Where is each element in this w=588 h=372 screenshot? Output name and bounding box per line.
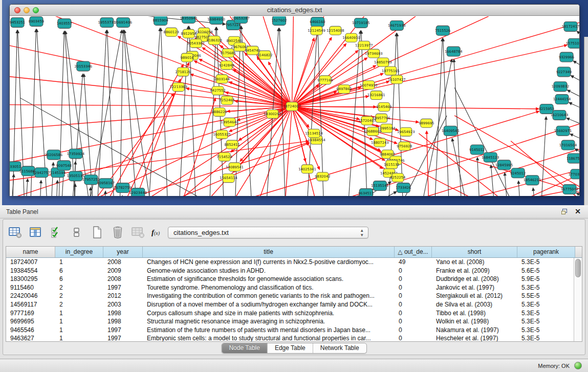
table-mode-icon[interactable] bbox=[8, 225, 23, 239]
table-cell[interactable]: Stergiakouli et al. (2012) bbox=[432, 292, 517, 300]
table-cell[interactable]: Structural magnetic resonance image aver… bbox=[143, 317, 395, 326]
table-cell[interactable]: Investigating the contribution of common… bbox=[143, 292, 395, 300]
table-cell[interactable]: 9777169 bbox=[6, 309, 55, 318]
table-cell[interactable]: Hescheler et al. (1997) bbox=[432, 334, 517, 342]
column-header-in_degree[interactable]: in_degree bbox=[55, 247, 103, 257]
table-cell[interactable]: 2008 bbox=[103, 275, 143, 283]
table-cell[interactable]: Disruption of a novel member of a sodium… bbox=[143, 300, 395, 309]
table-cell[interactable]: 0 bbox=[395, 292, 432, 300]
tab-node-table[interactable]: Node Table bbox=[222, 343, 267, 353]
table-cell[interactable]: 1 bbox=[55, 258, 103, 267]
table-cell[interactable]: 6 bbox=[55, 275, 103, 283]
table-cell[interactable]: 6 bbox=[55, 267, 103, 275]
table-cell[interactable]: 5.3E-5 bbox=[517, 326, 575, 335]
column-header-title[interactable]: title bbox=[143, 247, 395, 257]
table-cell[interactable]: Estimation of the future numbers of pati… bbox=[143, 326, 395, 335]
table-cell[interactable]: Corpus callosum shape and size in male p… bbox=[143, 309, 395, 318]
table-cell[interactable]: 14569117 bbox=[6, 300, 55, 309]
table-cell[interactable]: 1 bbox=[55, 326, 103, 335]
table-cell[interactable]: 9463627 bbox=[6, 334, 55, 342]
table-row[interactable]: 946362711997Embryonic stem cells: a mode… bbox=[6, 334, 574, 342]
table-cell[interactable]: 9699695 bbox=[6, 317, 55, 326]
table-cell[interactable]: 18300295 bbox=[6, 275, 55, 283]
table-cell[interactable]: Nakamura et al. (1997) bbox=[432, 326, 517, 335]
table-cell[interactable]: Franke et al. (2009) bbox=[432, 267, 517, 275]
table-select-dropdown[interactable]: citations_edges.txt ▲▼ bbox=[168, 227, 368, 238]
table-cell[interactable]: Genome-wide association studies in ADHD. bbox=[143, 267, 395, 275]
table-cell[interactable]: Tourette syndrome. Phenomenology and cla… bbox=[143, 283, 395, 292]
table-cell[interactable]: 0 bbox=[395, 317, 432, 326]
table-row[interactable]: 977716911998Corpus callosum shape and si… bbox=[6, 309, 574, 318]
table-cell[interactable]: 0 bbox=[395, 309, 432, 318]
table-row[interactable]: 1938455462009Genome-wide association stu… bbox=[6, 267, 574, 275]
table-row[interactable]: 1830029562008Estimation of significance … bbox=[6, 275, 574, 283]
close-panel-icon[interactable]: ✕ bbox=[575, 207, 581, 215]
table-cell[interactable]: 2 bbox=[55, 292, 103, 300]
table-cell[interactable]: 5.3E-5 bbox=[517, 300, 575, 309]
table-cell[interactable]: 1998 bbox=[103, 309, 143, 318]
table-cell[interactable]: 1 bbox=[55, 309, 103, 318]
zoom-window-button[interactable] bbox=[33, 7, 39, 13]
table-cell[interactable]: Yano et al. (2008) bbox=[432, 258, 517, 267]
tab-edge-table[interactable]: Edge Table bbox=[267, 343, 313, 353]
table-cell[interactable]: 5.5E-5 bbox=[517, 292, 575, 300]
table-row[interactable]: 2242004622012Investigating the contribut… bbox=[6, 292, 574, 300]
column-header-out_de[interactable]: △ out_de... bbox=[395, 247, 432, 257]
float-panel-icon[interactable] bbox=[561, 209, 568, 215]
table-cell[interactable]: 1997 bbox=[103, 326, 143, 335]
table-cell[interactable]: Estimation of significance thresholds fo… bbox=[143, 275, 395, 283]
new-document-icon[interactable] bbox=[90, 225, 104, 239]
table-cell[interactable]: 0 bbox=[395, 267, 432, 275]
table-cell[interactable]: 5.6E-5 bbox=[517, 267, 575, 275]
table-cell[interactable]: 5.3E-5 bbox=[517, 334, 575, 342]
table-cell[interactable]: 2009 bbox=[103, 267, 143, 275]
table-cell[interactable]: 5.3E-5 bbox=[517, 283, 575, 292]
table-row[interactable]: 946554611997Estimation of the future num… bbox=[6, 326, 574, 335]
table-scrollbar[interactable] bbox=[574, 258, 582, 341]
table-cell[interactable]: 2 bbox=[55, 283, 103, 292]
show-columns-icon[interactable] bbox=[29, 225, 43, 239]
table-cell[interactable]: 0 bbox=[395, 283, 432, 292]
network-view-window[interactable]: citations_edges.txt 94532518903459140355… bbox=[9, 4, 580, 196]
table-cell[interactable]: 1 bbox=[55, 317, 103, 326]
table-cell[interactable]: de Silva et al. (2003) bbox=[432, 300, 517, 309]
table-cell[interactable]: 19384554 bbox=[6, 267, 55, 275]
table-cell[interactable]: 22420046 bbox=[6, 292, 55, 300]
tab-network-table[interactable]: Network Table bbox=[313, 343, 366, 353]
table-cell[interactable]: Jankovic et al. (1997) bbox=[432, 283, 517, 292]
table-row[interactable]: 911546021997Tourette syndrome. Phenomeno… bbox=[6, 283, 574, 292]
table-cell[interactable]: Wolkin et al. (1998) bbox=[432, 317, 517, 326]
table-cell[interactable]: 0 bbox=[395, 326, 432, 335]
table-cell[interactable]: 2003 bbox=[103, 300, 143, 309]
table-row[interactable]: 1872400712008Changes of HCN gene express… bbox=[6, 258, 574, 267]
table-cell[interactable]: 2008 bbox=[103, 258, 143, 267]
window-titlebar[interactable]: citations_edges.txt bbox=[10, 5, 579, 16]
table-cell[interactable]: 9465546 bbox=[6, 326, 55, 335]
table-cell[interactable]: 1 bbox=[55, 334, 103, 342]
scrollbar-thumb[interactable] bbox=[575, 259, 581, 277]
table-cell[interactable]: Embryonic stem cells: a model to study s… bbox=[143, 334, 395, 342]
table-cell[interactable]: 1997 bbox=[103, 334, 143, 342]
close-window-button[interactable] bbox=[14, 7, 20, 13]
table-cell[interactable]: 0 bbox=[395, 275, 432, 283]
function-builder-icon[interactable]: f(x) bbox=[151, 228, 160, 237]
table-cell[interactable]: Changes of HCN gene expression and I(f) … bbox=[143, 258, 395, 267]
table-cell[interactable]: Tibbo et al. (1998) bbox=[432, 309, 517, 318]
table-cell[interactable]: 18724007 bbox=[6, 258, 55, 267]
delete-icon[interactable] bbox=[111, 225, 125, 239]
table-row[interactable]: 1456911722003Disruption of a novel membe… bbox=[6, 300, 574, 309]
column-header-year[interactable]: year bbox=[103, 247, 143, 257]
table-cell[interactable]: 0 bbox=[395, 334, 432, 342]
table-cell[interactable]: 1998 bbox=[103, 317, 143, 326]
table-cell[interactable]: 5.3E-5 bbox=[517, 258, 575, 267]
table-cell[interactable]: 5.9E-5 bbox=[517, 275, 575, 283]
delete-table-icon[interactable] bbox=[131, 225, 145, 239]
rows-icon[interactable] bbox=[70, 225, 84, 239]
table-cell[interactable]: 49 bbox=[395, 258, 432, 267]
table-cell[interactable]: 2012 bbox=[103, 292, 143, 300]
network-canvas[interactable]: 9453251890345914035571955373120691406881… bbox=[10, 16, 579, 196]
table-cell[interactable]: 5.3E-5 bbox=[517, 317, 575, 326]
column-header-pagerank[interactable]: pagerank bbox=[517, 247, 575, 257]
table-cell[interactable]: 9115460 bbox=[6, 283, 55, 292]
table-body[interactable]: 1872400712008Changes of HCN gene express… bbox=[6, 258, 574, 341]
